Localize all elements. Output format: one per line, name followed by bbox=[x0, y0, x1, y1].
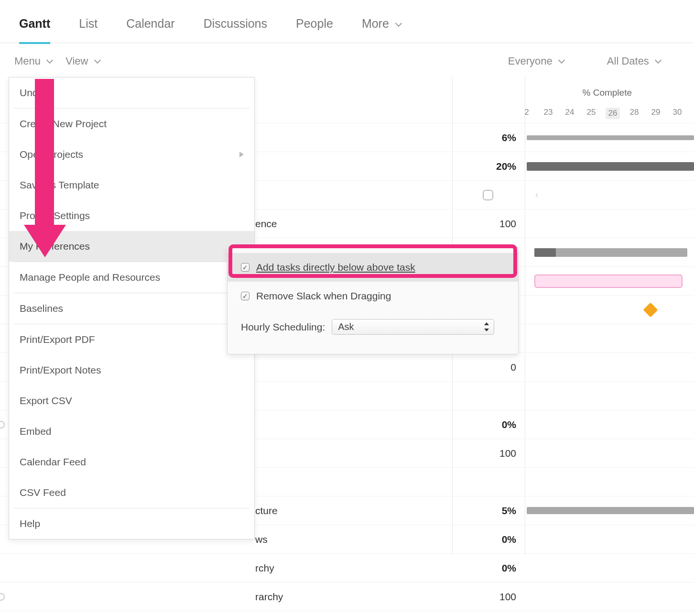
menu-item-label: Save as Template bbox=[20, 179, 99, 191]
menu-item-label: Project Settings bbox=[20, 210, 90, 221]
tab-more-label: More bbox=[362, 17, 389, 30]
menu-item-open-projects[interactable]: Open Projects bbox=[9, 139, 254, 170]
pref-label: Add tasks directly below above task bbox=[256, 262, 415, 273]
filter-all-dates[interactable]: All Dates bbox=[607, 55, 661, 67]
percent-cell: 20% bbox=[459, 161, 516, 172]
chevron-down-icon bbox=[558, 57, 565, 64]
preferences-submenu: Add tasks directly below above task Remo… bbox=[227, 247, 519, 354]
column-header-percent-complete: % Complete bbox=[583, 88, 632, 98]
percent-cell: 0% bbox=[459, 534, 516, 545]
percent-cell: 0 bbox=[459, 362, 516, 373]
gantt-bar[interactable] bbox=[534, 275, 683, 288]
menu-button[interactable]: Menu bbox=[14, 55, 52, 67]
gantt-row[interactable]: 0 ‹ bbox=[0, 611, 694, 616]
hourly-scheduling-select[interactable]: Ask bbox=[332, 319, 494, 335]
filter-all-dates-label: All Dates bbox=[607, 55, 649, 67]
filter-everyone-label: Everyone bbox=[508, 55, 553, 67]
task-label: rchy bbox=[255, 562, 456, 574]
clock-icon bbox=[0, 593, 5, 601]
menu-item-csv-feed[interactable]: CSV Feed bbox=[9, 477, 254, 508]
menu-item-label: My Preferences bbox=[20, 241, 90, 252]
percent-cell: 5% bbox=[459, 505, 516, 517]
task-label: ence bbox=[255, 218, 456, 230]
select-value: Ask bbox=[338, 321, 354, 332]
gantt-date-header: 2 23 24 25 26 28 29 30 31 bbox=[520, 108, 694, 119]
gantt-bar-progress bbox=[534, 248, 556, 257]
gantt-toolbar: Menu View Everyone All Dates bbox=[0, 43, 694, 77]
percent-cell: 0% bbox=[459, 419, 516, 430]
date-cell: 25 bbox=[584, 108, 598, 119]
task-label: rarchy bbox=[255, 591, 456, 603]
date-cell: 24 bbox=[563, 108, 577, 119]
tab-list[interactable]: List bbox=[79, 17, 98, 31]
task-label: ws bbox=[255, 534, 456, 545]
chevron-down-icon bbox=[395, 20, 402, 27]
tab-people[interactable]: People bbox=[296, 17, 333, 31]
chevron-right-icon bbox=[239, 152, 244, 157]
percent-cell: 100 bbox=[459, 448, 516, 459]
checkbox-icon[interactable] bbox=[241, 263, 249, 272]
milestone-diamond-icon[interactable] bbox=[643, 302, 658, 317]
date-cell-today: 26 bbox=[606, 108, 620, 119]
menu-item-print-export-pdf[interactable]: Print/Export PDF bbox=[9, 324, 254, 355]
gantt-bar[interactable] bbox=[527, 162, 694, 171]
menu-item-export-csv[interactable]: Export CSV bbox=[9, 385, 254, 416]
menu-item-label: Manage People and Resources bbox=[20, 272, 160, 283]
tab-calendar[interactable]: Calendar bbox=[126, 17, 174, 31]
percent-cell: 0% bbox=[459, 562, 516, 574]
menu-item-label: Open Projects bbox=[20, 149, 83, 160]
menu-item-label: Print/Export PDF bbox=[20, 334, 95, 345]
checkbox-icon[interactable] bbox=[483, 190, 493, 200]
percent-cell: 100 bbox=[459, 218, 516, 230]
menu-item-baselines[interactable]: Baselines bbox=[9, 293, 254, 324]
menu-item-label: Help bbox=[20, 518, 40, 529]
chevron-down-icon bbox=[94, 57, 101, 64]
menu-item-help[interactable]: Help bbox=[9, 508, 254, 539]
chevron-left-icon: ‹ bbox=[535, 190, 538, 200]
menu-item-label: Export CSV bbox=[20, 395, 72, 407]
date-cell: 2 bbox=[520, 108, 534, 119]
gantt-bar[interactable] bbox=[527, 135, 694, 140]
menu-item-calendar-feed[interactable]: Calendar Feed bbox=[9, 447, 254, 477]
task-label: cture bbox=[255, 505, 456, 517]
menu-button-label: Menu bbox=[14, 55, 41, 67]
menu-item-print-export-notes[interactable]: Print/Export Notes bbox=[9, 355, 254, 385]
date-cell: 31 bbox=[692, 108, 694, 119]
gantt-row[interactable]: rchy 0% bbox=[0, 553, 694, 582]
menu-item-label: Print/Export Notes bbox=[20, 364, 101, 376]
top-tabs-bar: Gantt List Calendar Discussions People M… bbox=[0, 0, 694, 43]
gantt-bar[interactable] bbox=[534, 248, 687, 257]
pref-label: Hourly Scheduling: bbox=[241, 321, 325, 333]
tab-gantt[interactable]: Gantt bbox=[19, 17, 50, 31]
pref-label: Remove Slack when Dragging bbox=[256, 290, 391, 302]
checkbox-icon[interactable] bbox=[241, 292, 249, 300]
menu-item-embed[interactable]: Embed bbox=[9, 416, 254, 447]
view-button[interactable]: View bbox=[65, 55, 99, 67]
menu-item-label: Undo bbox=[20, 87, 43, 99]
pref-remove-slack[interactable]: Remove Slack when Dragging bbox=[228, 282, 518, 310]
tab-more[interactable]: More bbox=[362, 17, 401, 31]
menu-item-label: Calendar Feed bbox=[20, 456, 86, 468]
menu-dropdown: Undo Create New Project Open Projects Sa… bbox=[9, 77, 255, 539]
menu-item-label: CSV Feed bbox=[20, 487, 66, 498]
date-cell: 29 bbox=[649, 108, 663, 119]
tab-discussions[interactable]: Discussions bbox=[204, 17, 267, 31]
date-cell: 28 bbox=[627, 108, 641, 119]
menu-item-create-new-project[interactable]: Create New Project bbox=[9, 109, 254, 139]
menu-item-manage-people[interactable]: Manage People and Resources bbox=[9, 262, 254, 293]
menu-item-label: Embed bbox=[20, 426, 52, 437]
pref-add-tasks-below[interactable]: Add tasks directly below above task bbox=[228, 253, 518, 282]
gantt-row[interactable]: rarchy 100 bbox=[0, 582, 694, 611]
date-cell: 30 bbox=[670, 108, 684, 119]
pref-hourly-scheduling: Hourly Scheduling: Ask bbox=[228, 310, 518, 343]
gantt-bar[interactable] bbox=[527, 507, 694, 514]
menu-item-save-as-template[interactable]: Save as Template bbox=[9, 170, 254, 200]
menu-item-label: Create New Project bbox=[20, 118, 107, 130]
menu-item-project-settings[interactable]: Project Settings bbox=[9, 200, 254, 231]
clock-icon bbox=[0, 421, 5, 429]
menu-item-undo[interactable]: Undo bbox=[9, 77, 254, 108]
filter-everyone[interactable]: Everyone bbox=[508, 55, 564, 67]
menu-item-label: Baselines bbox=[20, 303, 63, 314]
chevron-down-icon bbox=[46, 57, 53, 64]
menu-item-my-preferences[interactable]: My Preferences bbox=[9, 231, 254, 262]
